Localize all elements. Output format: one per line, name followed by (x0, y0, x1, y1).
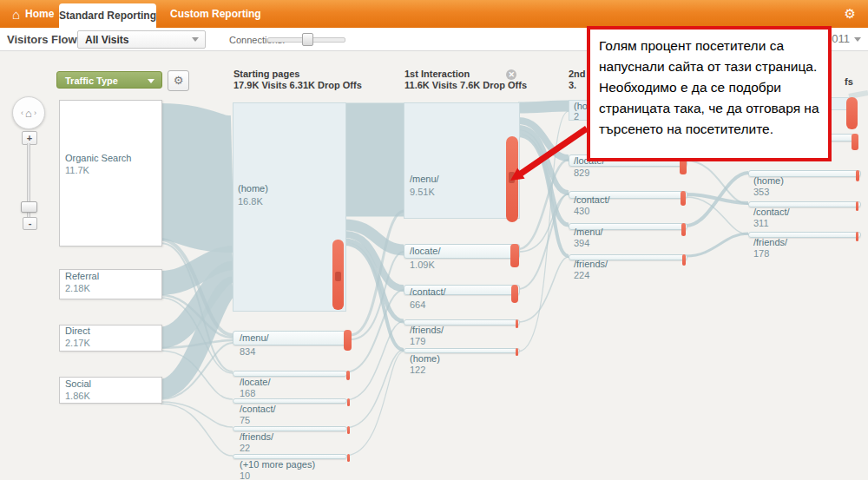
node-value: 9.51K (410, 187, 435, 197)
node-value: 168 (240, 388, 255, 398)
node-label: /locate/ (240, 377, 270, 387)
visitors-flow-screen: ⌂ Home Standard Reporting Custom Reporti… (0, 0, 868, 480)
drop-off-marker[interactable] (344, 330, 352, 351)
node-label: /friends/ (753, 237, 787, 247)
zoom-out-button[interactable]: - (23, 217, 37, 230)
column-title: 1st Interaction (404, 69, 470, 79)
connections-slider-handle[interactable] (302, 33, 313, 46)
drop-off-marker[interactable] (347, 454, 350, 462)
column-stats: fs (845, 76, 853, 88)
column-header-third-interaction: fs (845, 76, 853, 88)
drop-off-marker[interactable] (846, 97, 858, 129)
column-stats: 17.9K Visits 6.31K Drop Offs (233, 80, 362, 91)
tab-custom-reporting[interactable]: Custom Reporting (170, 0, 261, 28)
drop-off-marker[interactable] (511, 285, 518, 303)
node-label: /menu/ (410, 174, 439, 184)
node-value: 834 (240, 346, 255, 357)
node-value: 311 (753, 218, 769, 228)
drop-off-marker[interactable] (516, 319, 518, 328)
node-label: (home) (238, 183, 268, 194)
flow-node-locate-start[interactable] (233, 371, 347, 377)
node-label: /friends/ (240, 431, 273, 442)
node-value: 11.7K (65, 165, 89, 175)
node-value: 394 (574, 238, 589, 248)
node-label: (home) (410, 353, 440, 364)
node-value: 2.17K (65, 338, 90, 348)
zoom-slider-handle[interactable] (21, 201, 37, 213)
drop-off-marker[interactable] (681, 191, 686, 206)
settings-gear-icon[interactable]: ⚙ (845, 0, 856, 28)
annotation-callout: Голям процент посетители са напуснали са… (587, 26, 832, 161)
node-value: 16.8K (238, 196, 263, 207)
dimension-label: Traffic Type (65, 76, 118, 86)
dimension-dropdown-traffic-type[interactable]: Traffic Type (56, 71, 162, 89)
node-label: /menu/ (574, 227, 603, 237)
node-value: 75 (240, 415, 250, 425)
node-label: (+10 more pages) (240, 459, 315, 470)
connections-slider-track[interactable] (267, 37, 345, 43)
node-value: 829 (574, 168, 589, 178)
node-value: 430 (574, 206, 589, 216)
column-title: Starting pages (233, 69, 362, 80)
node-label: /contact/ (753, 207, 790, 217)
drop-off-marker[interactable] (682, 254, 686, 266)
drop-off-marker[interactable] (516, 348, 518, 356)
node-label: /contact/ (574, 194, 610, 205)
node-value: 1.86K (65, 391, 90, 401)
chevron-down-icon (148, 79, 155, 83)
node-label: /contact/ (410, 286, 446, 297)
chevron-down-icon (192, 37, 199, 42)
annotation-text: Голям процент посетители са напуснали са… (599, 36, 819, 140)
drop-off-handle (509, 172, 515, 183)
node-label: /friends/ (574, 259, 608, 269)
node-value: 122 (410, 365, 425, 375)
flow-home-button[interactable]: ‹ ⌂ › (12, 96, 45, 129)
close-column-icon[interactable]: ✕ (506, 69, 516, 80)
drop-off-handle (335, 272, 341, 281)
node-value: 664 (410, 299, 425, 310)
node-label: /menu/ (240, 332, 269, 343)
app-header: ⌂ Home Standard Reporting Custom Reporti… (0, 0, 868, 28)
chevron-down-icon (854, 37, 861, 42)
dimension-gear-icon[interactable]: ⚙ (168, 70, 189, 91)
node-value: 10 (240, 470, 250, 480)
node-label: Organic Search (65, 153, 131, 163)
flow-node-home-start[interactable] (233, 102, 346, 312)
node-label: Referral (65, 271, 99, 281)
chevron-right-icon: › (34, 108, 36, 117)
drop-off-marker[interactable] (856, 170, 859, 181)
home-icon: ⌂ (12, 8, 20, 21)
drop-off-marker[interactable] (346, 371, 350, 380)
node-label: Social (65, 378, 91, 389)
node-value: 22 (240, 443, 250, 453)
segment-dropdown[interactable]: All Visits (77, 30, 206, 49)
drop-off-marker[interactable] (852, 134, 858, 150)
tab-home-label: Home (25, 8, 54, 20)
node-value: 1.09K (410, 260, 435, 270)
node-value: 353 (753, 187, 769, 197)
node-value: 2 (574, 111, 579, 122)
node-label: (home) (753, 175, 784, 186)
node-label: /friends/ (410, 325, 444, 335)
drop-off-marker[interactable] (856, 201, 858, 211)
node-value: 178 (753, 248, 769, 259)
node-value: 179 (410, 336, 425, 346)
drop-off-marker[interactable] (347, 426, 350, 434)
drop-off-marker[interactable] (510, 244, 519, 267)
segment-value: All Visits (85, 34, 128, 46)
drop-off-marker[interactable] (681, 223, 686, 236)
chevron-left-icon: ‹ (21, 108, 23, 117)
tab-home[interactable]: ⌂ Home (12, 0, 54, 28)
node-label: Direct (65, 325, 90, 336)
drop-off-marker[interactable] (347, 398, 350, 406)
tab-standard-reporting[interactable]: Standard Reporting (59, 3, 156, 28)
drop-off-marker[interactable] (856, 232, 858, 241)
node-label: /contact/ (240, 404, 276, 414)
flow-node-menu-1st[interactable] (404, 102, 520, 219)
home-icon: ⌂ (25, 107, 32, 120)
column-header-starting-pages: Starting pages 17.9K Visits 6.31K Drop O… (233, 69, 362, 91)
page-title: Visitors Flow (7, 33, 77, 46)
column-stats: 11.6K Visits 7.6K Drop Offs (404, 80, 527, 91)
node-value: 2.18K (65, 283, 90, 293)
node-label: /locate/ (410, 246, 440, 256)
